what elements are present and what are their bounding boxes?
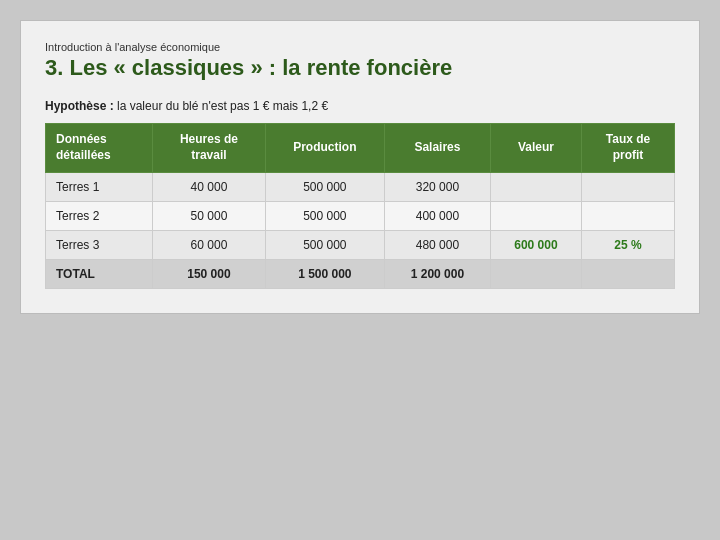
data-table: Donnéesdétaillées Heures detravail Produ… bbox=[45, 123, 675, 288]
cell-production: 500 000 bbox=[265, 201, 385, 230]
cell-heures: 150 000 bbox=[153, 259, 265, 288]
table-row: Terres 250 000500 000400 000 bbox=[46, 201, 675, 230]
cell-production: 500 000 bbox=[265, 172, 385, 201]
table-header-row: Donnéesdétaillées Heures detravail Produ… bbox=[46, 124, 675, 172]
slide-container: Introduction à l'analyse économique 3. L… bbox=[20, 20, 700, 314]
hypothesis-text: Hypothèse : la valeur du blé n'est pas 1… bbox=[45, 99, 675, 113]
cell-donnees: Terres 2 bbox=[46, 201, 153, 230]
col-header-valeur: Valeur bbox=[490, 124, 581, 172]
table-row: Terres 140 000500 000320 000 bbox=[46, 172, 675, 201]
cell-production: 1 500 000 bbox=[265, 259, 385, 288]
col-header-production: Production bbox=[265, 124, 385, 172]
cell-taux bbox=[582, 259, 675, 288]
cell-salaires: 480 000 bbox=[385, 230, 491, 259]
cell-valeur bbox=[490, 201, 581, 230]
slide-title: 3. Les « classiques » : la rente foncièr… bbox=[45, 55, 675, 81]
cell-taux: 25 % bbox=[582, 230, 675, 259]
cell-production: 500 000 bbox=[265, 230, 385, 259]
cell-valeur: 600 000 bbox=[490, 230, 581, 259]
cell-donnees: TOTAL bbox=[46, 259, 153, 288]
cell-heures: 40 000 bbox=[153, 172, 265, 201]
table-row: Terres 360 000500 000480 000600 00025 % bbox=[46, 230, 675, 259]
col-header-salaires: Salaires bbox=[385, 124, 491, 172]
cell-valeur bbox=[490, 172, 581, 201]
cell-donnees: Terres 3 bbox=[46, 230, 153, 259]
cell-heures: 50 000 bbox=[153, 201, 265, 230]
cell-salaires: 320 000 bbox=[385, 172, 491, 201]
subtitle: Introduction à l'analyse économique bbox=[45, 41, 675, 53]
cell-salaires: 400 000 bbox=[385, 201, 491, 230]
cell-salaires: 1 200 000 bbox=[385, 259, 491, 288]
cell-valeur bbox=[490, 259, 581, 288]
col-header-heures: Heures detravail bbox=[153, 124, 265, 172]
cell-taux bbox=[582, 172, 675, 201]
cell-taux bbox=[582, 201, 675, 230]
cell-heures: 60 000 bbox=[153, 230, 265, 259]
cell-donnees: Terres 1 bbox=[46, 172, 153, 201]
col-header-taux: Taux deprofit bbox=[582, 124, 675, 172]
col-header-donnees: Donnéesdétaillées bbox=[46, 124, 153, 172]
table-row: TOTAL150 0001 500 0001 200 000 bbox=[46, 259, 675, 288]
